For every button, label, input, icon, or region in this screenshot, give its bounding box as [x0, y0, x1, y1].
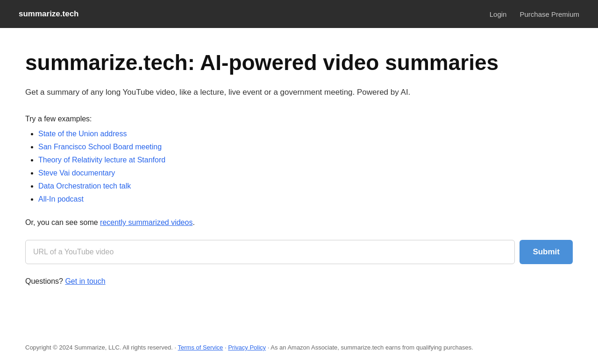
nav-links: Login Purchase Premium: [490, 10, 579, 18]
recently-text: Or, you can see some recently summarized…: [25, 218, 573, 227]
url-form: Submit: [25, 240, 573, 264]
get-in-touch-link[interactable]: Get in touch: [65, 277, 105, 285]
list-item: Theory of Relativity lecture at Stanford: [38, 156, 573, 164]
list-item: All-In podcast: [38, 195, 573, 203]
list-item: San Francisco School Board meeting: [38, 143, 573, 151]
list-item: State of the Union address: [38, 130, 573, 138]
examples-label: Try a few examples:: [25, 115, 573, 123]
separator1: ·: [223, 344, 228, 351]
main-content: summarize.tech: AI-powered video summari…: [0, 28, 598, 304]
list-item: Steve Vai documentary: [38, 169, 573, 177]
example-link-allin[interactable]: All-In podcast: [38, 195, 84, 203]
example-link-dataorch[interactable]: Data Orchestration tech talk: [38, 182, 131, 190]
site-logo: summarize.tech: [19, 9, 79, 19]
submit-button[interactable]: Submit: [520, 240, 573, 264]
example-link-stevevai[interactable]: Steve Vai documentary: [38, 169, 115, 177]
questions-text: Questions? Get in touch: [25, 277, 573, 286]
footer-text: Copyright © 2024 Summarize, LLC. All rig…: [25, 343, 573, 353]
subtitle: Get a summary of any long YouTube video,…: [25, 86, 573, 98]
privacy-link[interactable]: Privacy Policy: [228, 344, 266, 351]
recently-prefix: Or, you can see some: [25, 218, 100, 226]
example-link-relativity[interactable]: Theory of Relativity lecture at Stanford: [38, 156, 165, 164]
example-link-union[interactable]: State of the Union address: [38, 130, 127, 138]
login-link[interactable]: Login: [490, 10, 507, 18]
footer-suffix: · As an Amazon Associate, summarize.tech…: [266, 344, 473, 351]
example-link-sfschool[interactable]: San Francisco School Board meeting: [38, 143, 162, 151]
examples-list: State of the Union address San Francisco…: [25, 130, 573, 203]
tos-link[interactable]: Terms of Service: [178, 344, 223, 351]
questions-prefix: Questions?: [25, 277, 65, 285]
footer: Copyright © 2024 Summarize, LLC. All rig…: [0, 332, 598, 364]
navbar: summarize.tech Login Purchase Premium: [0, 0, 598, 28]
purchase-premium-link[interactable]: Purchase Premium: [520, 10, 579, 18]
recently-summarized-link[interactable]: recently summarized videos: [100, 218, 192, 226]
page-title: summarize.tech: AI-powered video summari…: [25, 50, 573, 75]
copyright-text: Copyright © 2024 Summarize, LLC. All rig…: [25, 344, 178, 351]
url-input[interactable]: [25, 240, 515, 264]
list-item: Data Orchestration tech talk: [38, 182, 573, 190]
recently-suffix: .: [192, 218, 194, 226]
